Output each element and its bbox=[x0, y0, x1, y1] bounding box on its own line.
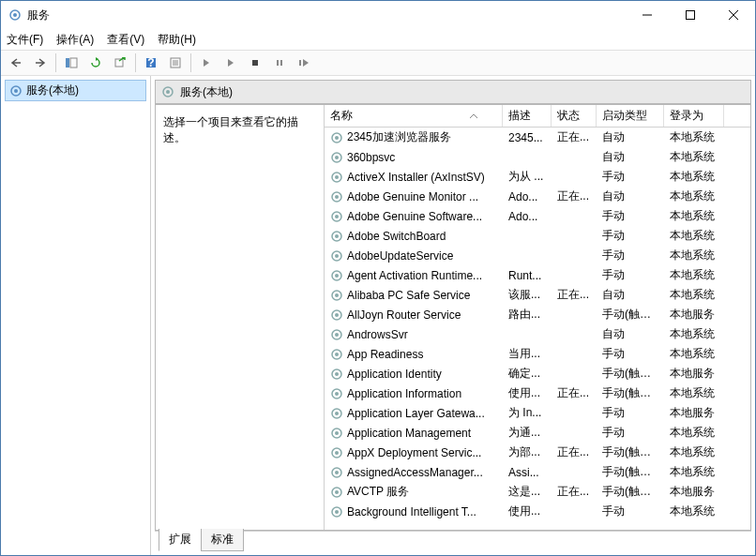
svg-point-48 bbox=[335, 372, 339, 376]
service-desc: 路由... bbox=[503, 307, 552, 323]
pause-service-button[interactable] bbox=[268, 53, 291, 73]
service-row[interactable]: Application Management为通...手动本地系统 bbox=[325, 423, 750, 443]
svg-point-54 bbox=[335, 431, 339, 435]
restart-service-button[interactable] bbox=[293, 53, 315, 73]
service-startup: 手动 bbox=[597, 425, 664, 441]
tab-extended[interactable]: 扩展 bbox=[159, 529, 202, 551]
tree-node-label: 服务(本地) bbox=[26, 83, 79, 98]
service-row[interactable]: 2345加速浏览器服务2345...正在...自动本地系统 bbox=[325, 128, 750, 147]
service-row[interactable]: Adobe Genuine Monitor ...Ado...正在...自动本地… bbox=[325, 187, 750, 206]
service-row[interactable]: App Readiness当用...手动本地系统 bbox=[325, 344, 750, 364]
service-row[interactable]: Background Intelligent T...使用...手动本地系统 bbox=[325, 502, 750, 521]
service-desc: Ado... bbox=[503, 190, 552, 203]
service-row[interactable]: AdobeUpdateService手动本地系统 bbox=[325, 246, 750, 265]
column-header-status[interactable]: 状态 bbox=[552, 105, 597, 127]
gear-icon bbox=[330, 249, 343, 263]
service-desc: Ado... bbox=[503, 210, 552, 223]
tree-node-services-local[interactable]: 服务(本地) bbox=[5, 80, 146, 101]
gear-icon bbox=[330, 348, 343, 361]
service-row[interactable]: Application Identity确定...手动(触发...本地服务 bbox=[325, 364, 750, 383]
svg-point-60 bbox=[335, 490, 339, 494]
svg-point-26 bbox=[335, 156, 339, 159]
start-service-button[interactable] bbox=[195, 53, 218, 73]
toolbar: ? bbox=[1, 50, 755, 76]
svg-point-56 bbox=[335, 451, 339, 455]
maximize-button[interactable] bbox=[669, 1, 712, 29]
service-list: 名称 描述 状态 启动类型 登录为 2345加速浏览器服务2345...正在..… bbox=[325, 105, 750, 530]
service-startup: 手动 bbox=[597, 346, 664, 362]
service-startup: 手动(触发... bbox=[597, 307, 664, 323]
service-name: AdobeUpdateService bbox=[347, 249, 453, 263]
service-status: 正在... bbox=[552, 287, 597, 303]
stop-service-button[interactable] bbox=[244, 53, 266, 73]
service-row[interactable]: 360bpsvc自动本地系统 bbox=[325, 147, 750, 167]
service-name: AppX Deployment Servic... bbox=[347, 446, 481, 459]
service-desc: 这是... bbox=[503, 484, 552, 500]
close-button[interactable] bbox=[712, 1, 755, 29]
description-text: 选择一个项目来查看它的描述。 bbox=[163, 114, 316, 146]
column-header-desc[interactable]: 描述 bbox=[503, 105, 552, 127]
export-button[interactable] bbox=[109, 53, 131, 73]
gear-icon bbox=[330, 486, 343, 499]
gear-icon bbox=[161, 85, 174, 98]
gear-icon bbox=[330, 427, 343, 440]
service-logon: 本地系统 bbox=[664, 149, 724, 165]
service-logon: 本地服务 bbox=[664, 405, 724, 421]
titlebar[interactable]: 服务 bbox=[1, 1, 755, 29]
pane-header: 服务(本地) bbox=[155, 80, 751, 104]
menu-file[interactable]: 文件(F) bbox=[7, 32, 43, 48]
svg-point-28 bbox=[335, 175, 339, 179]
service-name: 2345加速浏览器服务 bbox=[347, 129, 451, 145]
service-row[interactable]: Application Layer Gatewa...为 In...手动本地服务 bbox=[325, 403, 750, 423]
service-row[interactable]: AndrowsSvr自动本地系统 bbox=[325, 324, 750, 344]
properties-button[interactable] bbox=[164, 53, 187, 73]
service-row[interactable]: AppX Deployment Servic...为部...正在...手动(触发… bbox=[325, 443, 750, 462]
service-startup: 手动 bbox=[597, 405, 664, 421]
service-row[interactable]: AllJoyn Router Service路由...手动(触发...本地服务 bbox=[325, 305, 750, 324]
service-row[interactable]: Adobe SwitchBoard手动本地系统 bbox=[325, 226, 750, 246]
tab-standard[interactable]: 标准 bbox=[201, 529, 244, 551]
service-logon: 本地系统 bbox=[664, 208, 724, 224]
service-logon: 本地服务 bbox=[664, 366, 724, 382]
service-desc: 为从 ... bbox=[503, 169, 552, 185]
svg-point-40 bbox=[335, 293, 339, 297]
column-header-logon[interactable]: 登录为 bbox=[664, 105, 724, 127]
svg-point-24 bbox=[335, 136, 339, 140]
service-desc: 为部... bbox=[503, 444, 552, 460]
service-logon: 本地系统 bbox=[664, 503, 724, 519]
menu-action[interactable]: 操作(A) bbox=[56, 32, 94, 48]
column-header-startup[interactable]: 启动类型 bbox=[597, 105, 664, 127]
pane-header-title: 服务(本地) bbox=[180, 84, 233, 100]
service-status: 正在... bbox=[552, 129, 597, 145]
service-logon: 本地系统 bbox=[664, 385, 724, 401]
show-hide-tree-button[interactable] bbox=[60, 53, 83, 73]
refresh-button[interactable] bbox=[84, 53, 107, 73]
svg-point-44 bbox=[335, 333, 339, 337]
menu-help[interactable]: 帮助(H) bbox=[158, 32, 196, 48]
svg-point-1 bbox=[13, 13, 17, 17]
forward-button[interactable] bbox=[29, 53, 52, 73]
service-row[interactable]: ActiveX Installer (AxInstSV)为从 ...手动本地系统 bbox=[325, 167, 750, 187]
gear-icon bbox=[330, 387, 343, 400]
service-row[interactable]: Application Information使用...正在...手动(触发..… bbox=[325, 383, 750, 403]
minimize-button[interactable] bbox=[626, 1, 669, 29]
column-header-row: 名称 描述 状态 启动类型 登录为 bbox=[325, 105, 750, 128]
help-button[interactable]: ? bbox=[140, 53, 162, 73]
service-name: Application Management bbox=[347, 427, 471, 440]
svg-rect-3 bbox=[687, 11, 695, 20]
back-button[interactable] bbox=[5, 53, 27, 73]
service-desc: 使用... bbox=[503, 503, 552, 519]
service-startup: 手动 bbox=[597, 248, 664, 263]
service-logon: 本地系统 bbox=[664, 287, 724, 303]
column-header-name[interactable]: 名称 bbox=[325, 105, 503, 127]
service-row[interactable]: Agent Activation Runtime...Runt...手动本地系统 bbox=[325, 265, 750, 285]
start-service-alt-button[interactable] bbox=[219, 53, 242, 73]
service-row[interactable]: Adobe Genuine Software...Ado...手动本地系统 bbox=[325, 206, 750, 226]
gear-icon bbox=[9, 84, 23, 98]
service-logon: 本地系统 bbox=[664, 464, 724, 480]
svg-rect-7 bbox=[70, 58, 77, 68]
service-row[interactable]: AVCTP 服务这是...正在...手动(触发...本地服务 bbox=[325, 482, 750, 502]
service-row[interactable]: Alibaba PC Safe Service该服...正在...自动本地系统 bbox=[325, 285, 750, 305]
service-row[interactable]: AssignedAccessManager...Assi...手动(触发...本… bbox=[325, 462, 750, 482]
menu-view[interactable]: 查看(V) bbox=[107, 32, 144, 48]
